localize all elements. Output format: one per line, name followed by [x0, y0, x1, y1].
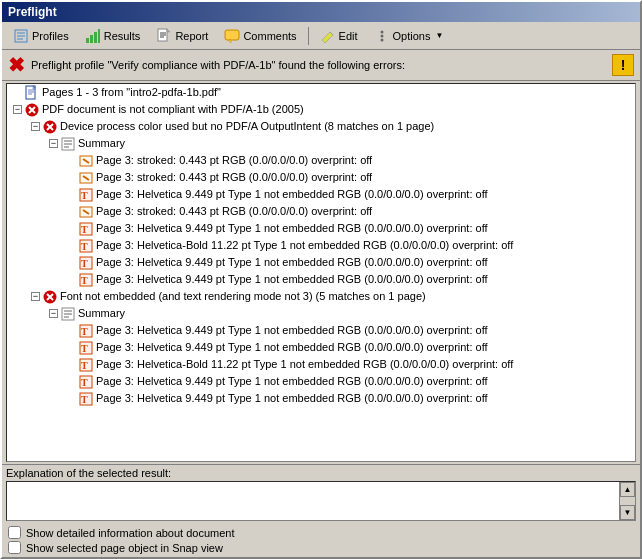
expand-placeholder [67, 258, 76, 267]
expand-placeholder [67, 224, 76, 233]
tree-row[interactable]: −PDF document is not compliant with PDF/… [7, 101, 635, 118]
node-label: Page 3: Helvetica 9.449 pt Type 1 not em… [96, 220, 488, 237]
warning-icon: ! [612, 54, 634, 76]
profiles-button[interactable]: Profiles [6, 25, 76, 47]
comments-label: Comments [243, 30, 296, 42]
options-arrow: ▼ [435, 31, 443, 40]
report-icon [156, 28, 172, 44]
svg-point-17 [380, 30, 383, 33]
results-icon [85, 28, 101, 44]
tree-row[interactable]: TPage 3: Helvetica 9.449 pt Type 1 not e… [7, 339, 635, 356]
svg-text:T: T [81, 275, 88, 286]
show-snap-checkbox[interactable] [8, 541, 21, 554]
window-title: Preflight [8, 5, 57, 19]
checkboxes-area: Show detailed information about document… [2, 523, 640, 557]
text-icon: T [78, 391, 94, 407]
tree-row[interactable]: TPage 3: Helvetica-Bold 11.22 pt Type 1 … [7, 356, 635, 373]
show-details-checkbox[interactable] [8, 526, 21, 539]
explanation-scrollbar[interactable]: ▲ ▼ [619, 482, 635, 520]
node-label: Summary [78, 135, 125, 152]
expand-button[interactable]: − [31, 122, 40, 131]
tree-row[interactable]: TPage 3: Helvetica 9.449 pt Type 1 not e… [7, 254, 635, 271]
svg-text:T: T [81, 377, 88, 388]
svg-marker-9 [167, 29, 170, 32]
tree-row[interactable]: TPage 3: Helvetica 9.449 pt Type 1 not e… [7, 271, 635, 288]
edit-icon [320, 28, 336, 44]
node-label: Summary [78, 305, 125, 322]
svg-text:T: T [81, 343, 88, 354]
summary-icon [60, 136, 76, 152]
svg-rect-5 [90, 35, 93, 43]
tree-row[interactable]: TPage 3: Helvetica 9.449 pt Type 1 not e… [7, 373, 635, 390]
report-button[interactable]: Report [149, 25, 215, 47]
svg-text:T: T [81, 224, 88, 235]
tree-row[interactable]: TPage 3: Helvetica 9.449 pt Type 1 not e… [7, 322, 635, 339]
toolbar-sep [308, 27, 309, 45]
edit-button[interactable]: Edit [313, 25, 365, 47]
preflight-window: Preflight Profiles Results Report Comme [0, 0, 642, 559]
stroke-icon [78, 204, 94, 220]
results-button[interactable]: Results [78, 25, 148, 47]
tree-row[interactable]: TPage 3: Helvetica 9.449 pt Type 1 not e… [7, 390, 635, 407]
show-snap-label: Show selected page object in Snap view [26, 542, 223, 554]
node-label: Page 3: Helvetica 9.449 pt Type 1 not em… [96, 339, 488, 356]
edit-label: Edit [339, 30, 358, 42]
comments-icon [224, 28, 240, 44]
tree-row[interactable]: Page 3: stroked: 0.443 pt RGB (0.0/0.0/0… [7, 152, 635, 169]
svg-text:T: T [81, 326, 88, 337]
explanation-box: ▲ ▼ [6, 481, 636, 521]
options-button[interactable]: Options ▼ [367, 25, 451, 47]
node-label: Page 3: stroked: 0.443 pt RGB (0.0/0.0/0… [96, 203, 372, 220]
profiles-label: Profiles [32, 30, 69, 42]
svg-marker-15 [228, 40, 231, 43]
tree-area[interactable]: Pages 1 - 3 from "intro2-pdfa-1b.pdf"−PD… [6, 83, 636, 462]
node-label: Pages 1 - 3 from "intro2-pdfa-1b.pdf" [42, 84, 221, 101]
tree-row[interactable]: Page 3: stroked: 0.443 pt RGB (0.0/0.0/0… [7, 169, 635, 186]
expand-placeholder [13, 88, 22, 97]
node-label: Page 3: Helvetica 9.449 pt Type 1 not em… [96, 322, 488, 339]
expand-placeholder [67, 377, 76, 386]
node-label: Page 3: Helvetica-Bold 11.22 pt Type 1 n… [96, 237, 513, 254]
x-icon [24, 102, 40, 118]
svg-rect-6 [94, 32, 97, 43]
tree-row[interactable]: −Font not embedded (and text rendering m… [7, 288, 635, 305]
scroll-down-arrow[interactable]: ▼ [620, 505, 635, 520]
expand-placeholder [67, 326, 76, 335]
report-label: Report [175, 30, 208, 42]
expand-placeholder [67, 275, 76, 284]
expand-button[interactable]: − [49, 309, 58, 318]
error-x-icon: ✖ [8, 55, 25, 75]
node-label: Page 3: Helvetica 9.449 pt Type 1 not em… [96, 373, 488, 390]
explanation-label: Explanation of the selected result: [6, 467, 636, 479]
node-label: Font not embedded (and text rendering mo… [60, 288, 426, 305]
tree-row[interactable]: −Summary [7, 305, 635, 322]
expand-button[interactable]: − [13, 105, 22, 114]
expand-placeholder [67, 343, 76, 352]
comments-button[interactable]: Comments [217, 25, 303, 47]
text-icon: T [78, 357, 94, 373]
tree-row[interactable]: TPage 3: Helvetica-Bold 11.22 pt Type 1 … [7, 237, 635, 254]
tree-row[interactable]: −Summary [7, 135, 635, 152]
expand-button[interactable]: − [49, 139, 58, 148]
text-icon: T [78, 221, 94, 237]
tree-row[interactable]: Pages 1 - 3 from "intro2-pdfa-1b.pdf" [7, 84, 635, 101]
expand-placeholder [67, 156, 76, 165]
text-icon: T [78, 374, 94, 390]
tree-row[interactable]: TPage 3: Helvetica 9.449 pt Type 1 not e… [7, 220, 635, 237]
tree-row[interactable]: TPage 3: Helvetica 9.449 pt Type 1 not e… [7, 186, 635, 203]
text-icon: T [78, 272, 94, 288]
checkbox-row-1: Show detailed information about document [8, 526, 634, 539]
scroll-up-arrow[interactable]: ▲ [620, 482, 635, 497]
tree-row[interactable]: Page 3: stroked: 0.443 pt RGB (0.0/0.0/0… [7, 203, 635, 220]
text-icon: T [78, 187, 94, 203]
node-label: Page 3: Helvetica 9.449 pt Type 1 not em… [96, 390, 488, 407]
show-details-label: Show detailed information about document [26, 527, 235, 539]
node-label: Page 3: stroked: 0.443 pt RGB (0.0/0.0/0… [96, 169, 372, 186]
tree-row[interactable]: −Device process color used but no PDF/A … [7, 118, 635, 135]
node-label: Page 3: Helvetica 9.449 pt Type 1 not em… [96, 254, 488, 271]
text-icon: T [78, 340, 94, 356]
svg-text:T: T [81, 258, 88, 269]
explanation-area: Explanation of the selected result: ▲ ▼ [2, 464, 640, 523]
node-label: Page 3: Helvetica 9.449 pt Type 1 not em… [96, 186, 488, 203]
expand-button[interactable]: − [31, 292, 40, 301]
